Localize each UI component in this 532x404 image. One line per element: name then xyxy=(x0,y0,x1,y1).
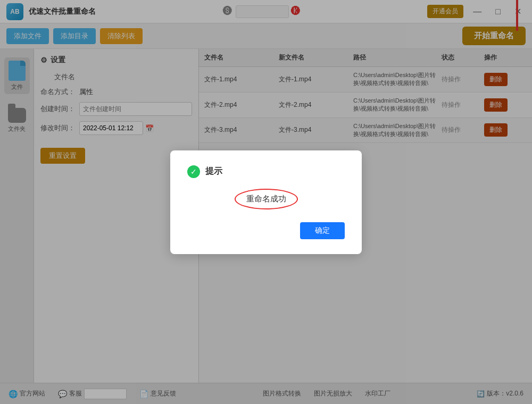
dialog-overlay: ✓ 提示 重命名成功 确定 xyxy=(0,0,532,404)
dialog-title-row: ✓ 提示 xyxy=(187,165,345,178)
dialog-content: 重命名成功 xyxy=(187,189,345,209)
success-icon: ✓ xyxy=(187,165,200,178)
confirm-button[interactable]: 确定 xyxy=(300,222,345,239)
success-dialog: ✓ 提示 重命名成功 确定 xyxy=(170,150,362,254)
dialog-title: 提示 xyxy=(205,166,222,177)
dialog-message: 重命名成功 xyxy=(235,189,298,209)
dialog-footer: 确定 xyxy=(187,222,345,239)
